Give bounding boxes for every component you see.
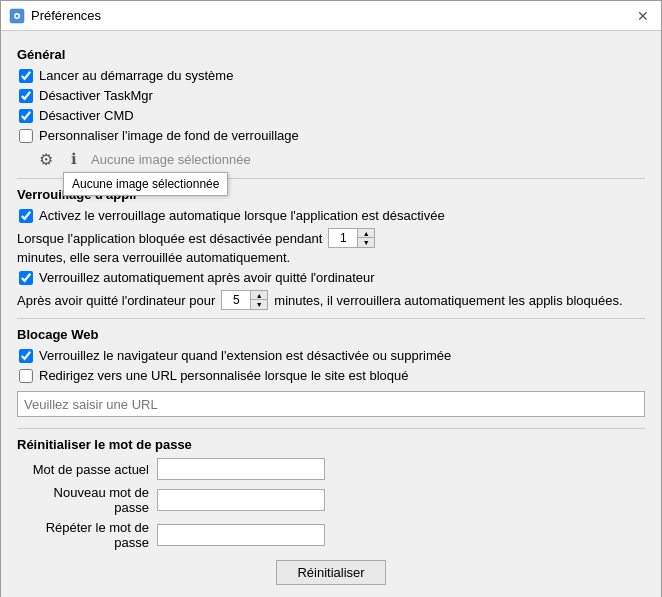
taskmgr-label[interactable]: Désactiver TaskMgr [39, 88, 153, 103]
spinner-buttons: ▲ ▼ [357, 229, 374, 247]
app-icon [9, 8, 25, 24]
close-button[interactable]: ✕ [633, 6, 653, 26]
redirect-checkbox[interactable] [19, 369, 33, 383]
wallpaper-checkbox[interactable] [19, 129, 33, 143]
image-select-row: ⚙ ℹ Aucune image sélectionnée Aucune ima… [17, 148, 645, 170]
spinner-down[interactable]: ▼ [358, 238, 374, 247]
browserlock-label[interactable]: Verrouillez le navigateur quand l'extens… [39, 348, 451, 363]
preferences-window: Préférences ✕ Général Lancer au démarrag… [0, 0, 662, 597]
reset-password-section-title: Réinitialiser le mot de passe [17, 437, 645, 452]
tooltip-text: Aucune image sélectionnée [63, 172, 228, 196]
general-section-title: Général [17, 47, 645, 62]
reset-button[interactable]: Réinitialiser [276, 560, 385, 585]
startup-label[interactable]: Lancer au démarrage du système [39, 68, 233, 83]
quit-before-text: Après avoir quitté l'ordinateur pour [17, 293, 215, 308]
quit-minutes-row: Après avoir quitté l'ordinateur pour ▲ ▼… [17, 290, 645, 310]
autolock-label[interactable]: Activez le verrouillage automatique lors… [39, 208, 445, 223]
new-password-row: Nouveau mot de passe [17, 485, 645, 515]
current-password-row: Mot de passe actuel [17, 458, 645, 480]
reset-button-row: Réinitialiser [17, 560, 645, 585]
divider-3 [17, 428, 645, 429]
repeat-password-row: Répéter le mot de passe [17, 520, 645, 550]
quit-spinner[interactable]: ▲ ▼ [221, 290, 268, 310]
webblock-section-title: Blocage Web [17, 327, 645, 342]
startup-checkbox[interactable] [19, 69, 33, 83]
image-label: Aucune image sélectionnée [91, 152, 251, 167]
wallpaper-label[interactable]: Personnaliser l'image de fond de verroui… [39, 128, 299, 143]
divider-2 [17, 318, 645, 319]
quit-spinner-buttons: ▲ ▼ [250, 291, 267, 309]
redirect-label[interactable]: Redirigez vers une URL personnalisée lor… [39, 368, 409, 383]
minutes-spinner[interactable]: ▲ ▼ [328, 228, 375, 248]
taskmgr-checkbox[interactable] [19, 89, 33, 103]
url-input[interactable] [17, 391, 645, 417]
minutes-before-row: Lorsque l'application bloquée est désact… [17, 228, 645, 265]
cmd-checkbox[interactable] [19, 109, 33, 123]
quitlock-checkbox[interactable] [19, 271, 33, 285]
autolock-checkbox[interactable] [19, 209, 33, 223]
taskmgr-row: Désactiver TaskMgr [17, 88, 645, 103]
minutes-input[interactable] [329, 229, 357, 247]
spinner-up[interactable]: ▲ [358, 229, 374, 238]
gear-button[interactable]: ⚙ [35, 148, 57, 170]
minutes-after-text: minutes, elle sera verrouillée automatiq… [17, 250, 290, 265]
repeat-password-label: Répéter le mot de passe [17, 520, 157, 550]
wallpaper-row: Personnaliser l'image de fond de verroui… [17, 128, 645, 143]
autolock-row: Activez le verrouillage automatique lors… [17, 208, 645, 223]
titlebar: Préférences ✕ [1, 1, 661, 31]
cmd-row: Désactiver CMD [17, 108, 645, 123]
repeat-password-input[interactable] [157, 524, 325, 546]
new-password-label: Nouveau mot de passe [17, 485, 157, 515]
quit-spinner-down[interactable]: ▼ [251, 300, 267, 309]
quit-after-text: minutes, il verrouillera automatiquement… [274, 293, 622, 308]
redirect-row: Redirigez vers une URL personnalisée lor… [17, 368, 645, 383]
quit-spinner-up[interactable]: ▲ [251, 291, 267, 300]
content-area: Général Lancer au démarrage du système D… [1, 31, 661, 597]
current-password-input[interactable] [157, 458, 325, 480]
browserlock-checkbox[interactable] [19, 349, 33, 363]
browserlock-row: Verrouillez le navigateur quand l'extens… [17, 348, 645, 363]
current-password-label: Mot de passe actuel [17, 462, 157, 477]
startup-row: Lancer au démarrage du système [17, 68, 645, 83]
svg-point-2 [16, 14, 19, 17]
quit-input[interactable] [222, 291, 250, 309]
window-title: Préférences [31, 8, 633, 23]
info-button[interactable]: ℹ [63, 148, 85, 170]
cmd-label[interactable]: Désactiver CMD [39, 108, 134, 123]
minutes-before-text: Lorsque l'application bloquée est désact… [17, 231, 322, 246]
quitlock-row: Verrouillez automatiquement après avoir … [17, 270, 645, 285]
quitlock-label[interactable]: Verrouillez automatiquement après avoir … [39, 270, 375, 285]
info-tooltip-container: ℹ Aucune image sélectionnée [63, 148, 85, 170]
new-password-input[interactable] [157, 489, 325, 511]
